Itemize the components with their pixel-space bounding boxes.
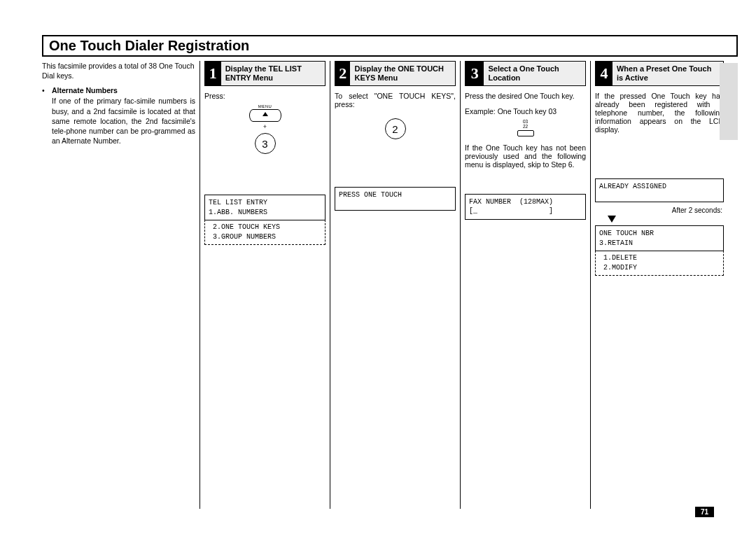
step-3-example-label: Example: One Touch key 03 <box>465 107 586 115</box>
step-2-header: 2 Display the ONE TOUCH KEYS Menu <box>335 61 456 86</box>
plus-symbol: + <box>204 123 326 130</box>
step-1: 1 Display the TEL LIST ENTRY Menu Press:… <box>200 61 330 509</box>
step-3-lcd: FAX NUMBER (128MAX) [_ ] <box>465 194 586 220</box>
step-2-instruction: To select "ONE TOUCH KEYS", press: <box>335 92 456 108</box>
alternate-numbers-body: If one of the primary fac-simile numbers… <box>52 96 195 146</box>
page-title: One Touch Dialer Registration <box>49 38 249 53</box>
step-1-header: 1 Display the TEL LIST ENTRY Menu <box>204 61 326 86</box>
step-1-lcd: TEL LIST ENTRY 1.ABB. NUMBERS <box>204 195 326 220</box>
step-1-number: 1 <box>205 62 221 85</box>
step-2-lcd: PRESS ONE TOUCH <box>335 187 456 211</box>
step-3-note: If the One Touch key has not been previo… <box>465 143 586 169</box>
bullet-dot: • <box>42 86 52 146</box>
step-4-lcd-2: ONE TOUCH NBR 3.RETAIN <box>595 225 724 251</box>
digit-key-2-icon: 2 <box>385 118 406 139</box>
alternate-numbers-bullet: • Alternate Numbers If one of the primar… <box>42 86 195 146</box>
step-1-press-label: Press: <box>204 92 326 100</box>
one-touch-key-icon: 03 22 <box>465 120 586 136</box>
menu-key-icon: MENU <box>247 104 284 122</box>
step-1-title: Display the TEL LIST ENTRY Menu <box>221 63 325 84</box>
page-number: 71 <box>695 507 714 517</box>
digit-key-3-icon: 3 <box>255 133 276 154</box>
step-3: 3 Select a One Touch Location Press the … <box>461 61 590 509</box>
menu-key-shape <box>249 109 281 122</box>
step-2: 2 Display the ONE TOUCH KEYS Menu To sel… <box>330 61 460 509</box>
down-arrow-icon <box>608 216 616 223</box>
step-4: 4 When a Preset One Touch is Active If t… <box>591 61 724 509</box>
one-touch-key-sub: 22 <box>465 125 586 129</box>
step-4-lcd-1: ALREADY ASSIGNED <box>595 178 724 202</box>
step-3-instruction: Press the desired One Touch key. <box>465 92 586 100</box>
step-3-header: 3 Select a One Touch Location <box>465 61 586 86</box>
step-4-header: 4 When a Preset One Touch is Active <box>595 61 724 86</box>
step-3-title: Select a One Touch Location <box>484 63 585 84</box>
intro-column: This facsimile provides a total of 38 On… <box>42 61 200 509</box>
step-2-title: Display the ONE TOUCH KEYS Menu <box>350 63 455 84</box>
menu-key-label: MENU <box>247 104 284 108</box>
step-4-title: When a Preset One Touch is Active <box>612 63 723 84</box>
step-3-number: 3 <box>465 62 484 85</box>
step-4-scrolled-options: 1.DELETE 2.MODIFY <box>595 251 724 276</box>
step-4-number: 4 <box>596 62 612 85</box>
one-touch-key-shape <box>517 130 534 136</box>
side-tab <box>720 63 738 140</box>
content-columns: This facsimile provides a total of 38 On… <box>42 61 738 509</box>
page-title-bar: One Touch Dialer Registration <box>42 35 738 57</box>
step-4-instruction: If the pressed One Touch key has already… <box>595 92 724 134</box>
after-2-seconds-label: After 2 seconds: <box>595 206 722 214</box>
step-2-number: 2 <box>335 62 350 85</box>
step-1-scrolled-options: 2.ONE TOUCH KEYS 3.GROUP NUMBERS <box>204 220 326 245</box>
alternate-numbers-heading: Alternate Numbers <box>52 86 195 94</box>
intro-lead: This facsimile provides a total of 38 On… <box>42 61 195 80</box>
